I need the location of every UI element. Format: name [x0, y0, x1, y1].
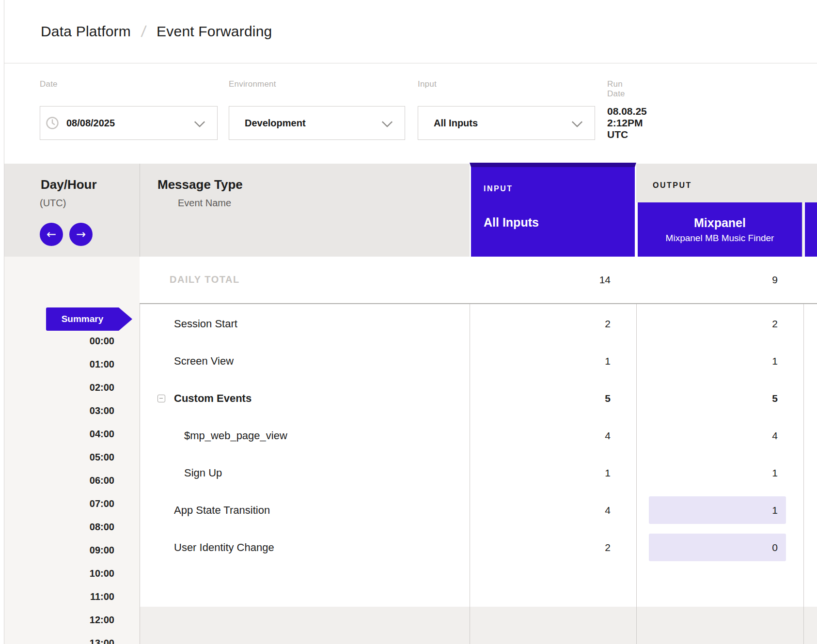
- clock-icon: [46, 116, 59, 130]
- event-name-label: Session Start: [174, 318, 237, 330]
- environment-filter-label: Environment: [229, 79, 276, 89]
- chevron-down-icon: [382, 117, 393, 128]
- hour-label[interactable]: 09:00: [4, 545, 114, 556]
- hour-label[interactable]: 07:00: [4, 498, 114, 509]
- output-destination-name: Mixpanel: [694, 216, 746, 230]
- date-dropdown[interactable]: 08/08/2025: [40, 106, 218, 140]
- output-column-header[interactable]: Mixpanel Mixpanel MB Music Finder: [636, 202, 802, 257]
- output-count-cell: 2: [636, 318, 778, 330]
- output-count-cell-highlighted: 1: [649, 496, 786, 524]
- top-bar: Data Platform / Event Forwarding: [4, 0, 817, 63]
- hour-label[interactable]: 11:00: [4, 591, 114, 602]
- event-name-label: Custom Events: [174, 392, 251, 405]
- environment-value: Development: [245, 118, 306, 129]
- breadcrumb-separator: /: [140, 23, 147, 41]
- breadcrumb: Data Platform / Event Forwarding: [41, 23, 272, 41]
- event-name-label: Screen View: [174, 355, 234, 368]
- input-dropdown[interactable]: All Inputs: [418, 106, 595, 140]
- chevron-down-icon: [572, 117, 583, 128]
- hour-label[interactable]: 05:00: [4, 452, 114, 463]
- input-count-cell: 2: [470, 318, 611, 330]
- event-name-label: User Identity Change: [174, 541, 274, 554]
- hour-label[interactable]: 08:00: [4, 521, 114, 533]
- chevron-down-icon: [194, 117, 205, 128]
- hour-label[interactable]: 00:00: [4, 336, 114, 347]
- message-type-header: Message Type: [157, 177, 243, 192]
- hour-label[interactable]: 12:00: [4, 614, 114, 626]
- event-name-label: Sign Up: [184, 467, 222, 479]
- table-row: Screen View11: [140, 342, 817, 380]
- environment-dropdown[interactable]: Development: [229, 106, 405, 140]
- table-row: Sign Up11: [140, 454, 817, 491]
- summary-tab[interactable]: Summary: [46, 307, 119, 331]
- event-name-label: App State Transition: [174, 504, 270, 517]
- next-day-button[interactable]: →: [69, 223, 93, 246]
- output-count-cell: 5: [636, 393, 778, 404]
- input-filter-label: Input: [418, 79, 437, 89]
- table-row: Custom Events55: [140, 380, 817, 417]
- filter-bar: Date 08/08/2025 Environment Development …: [4, 63, 817, 164]
- output-count-cell-highlighted: 0: [649, 534, 786, 561]
- arrow-left-icon: ←: [47, 229, 56, 240]
- run-date-value: 08.08.25 2:12PM UTC: [607, 106, 647, 140]
- input-count-cell: 1: [470, 355, 611, 367]
- day-hour-subtitle: (UTC): [40, 198, 66, 209]
- table-row: App State Transition41: [140, 491, 817, 529]
- table-row: User Identity Change20: [140, 529, 817, 566]
- summary-tab-label: Summary: [62, 314, 104, 324]
- output-section-label: OUTPUT: [653, 181, 692, 190]
- input-count-cell: 4: [470, 505, 611, 516]
- arrow-right-icon: →: [76, 229, 86, 240]
- event-forwarding-page: Data Platform / Event Forwarding Date 08…: [0, 0, 817, 644]
- hour-label[interactable]: 03:00: [4, 405, 114, 416]
- input-count-cell: 1: [470, 467, 611, 479]
- collapse-minus-icon[interactable]: [157, 395, 165, 402]
- input-value: All Inputs: [434, 118, 478, 129]
- output-count-cell: 1: [636, 467, 778, 479]
- table-rows: Session Start22Screen View11Custom Event…: [140, 305, 817, 566]
- hour-label[interactable]: 01:00: [4, 359, 114, 370]
- output-count-cell: 4: [636, 430, 778, 442]
- hour-label[interactable]: 02:00: [4, 382, 114, 393]
- input-count-cell: 4: [470, 430, 611, 442]
- input-column-name: All Inputs: [484, 215, 539, 230]
- hour-label[interactable]: 10:00: [4, 568, 114, 579]
- hour-label[interactable]: 13:00: [4, 638, 114, 644]
- output-destination-subtitle: Mixpanel MB Music Finder: [666, 233, 774, 244]
- event-name-subtitle: Event Name: [178, 198, 231, 209]
- table-row: $mp_web_page_view44: [140, 417, 817, 454]
- input-count-cell: 5: [470, 393, 611, 404]
- date-filter-label: Date: [40, 79, 58, 89]
- daily-total-output-value: 9: [636, 274, 778, 286]
- hour-label[interactable]: 06:00: [4, 475, 114, 486]
- breadcrumb-section[interactable]: Data Platform: [41, 23, 131, 40]
- daily-total-input-value: 14: [470, 274, 611, 286]
- output-count-cell: 1: [636, 355, 778, 367]
- hour-label[interactable]: 04:00: [4, 429, 114, 440]
- output-column-header-partial[interactable]: [803, 202, 817, 257]
- daily-total-row: DAILY TOTAL 14 9: [140, 257, 817, 304]
- input-count-cell: 2: [470, 542, 611, 553]
- input-column-header[interactable]: INPUT All Inputs: [470, 163, 636, 257]
- table-footer-area: [140, 607, 817, 644]
- prev-day-button[interactable]: ←: [40, 223, 63, 246]
- input-section-label: INPUT: [484, 184, 513, 193]
- daily-total-label: DAILY TOTAL: [170, 274, 240, 285]
- table-row: Session Start22: [140, 305, 817, 342]
- page-title: Event Forwarding: [157, 23, 272, 40]
- date-value: 08/08/2025: [66, 118, 115, 129]
- run-date-label: Run Date: [607, 79, 625, 99]
- event-name-label: $mp_web_page_view: [184, 429, 287, 442]
- day-hour-header: Day/Hour: [41, 177, 97, 192]
